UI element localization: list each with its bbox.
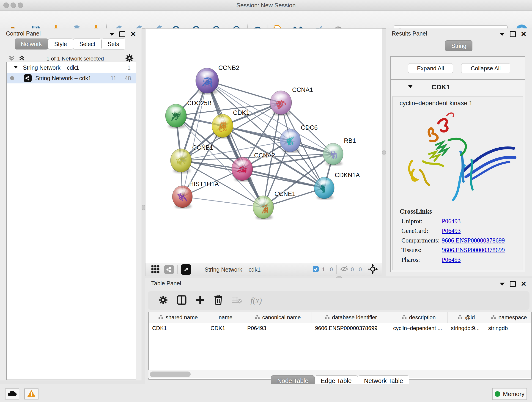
collection-name: String Network – cdk1 [23, 64, 79, 71]
right-splitter-handle[interactable] [382, 150, 386, 155]
control-panel-close-icon[interactable]: ✕ [130, 32, 136, 36]
network-row-selected[interactable]: String Network – cdk1 11 48 [7, 73, 136, 83]
create-column-plus-icon[interactable] [196, 295, 205, 306]
tab-sets[interactable]: Sets [101, 38, 125, 50]
show-columns-icon[interactable] [177, 295, 187, 306]
results-panel-close-icon[interactable]: ✕ [521, 32, 526, 36]
memory-label: Memory [503, 390, 525, 398]
control-panel-float-icon[interactable] [119, 31, 125, 37]
column-header-canonical-name[interactable]: canonical name [244, 312, 312, 323]
crosslink-value-link[interactable]: P06493 [442, 256, 461, 263]
cell-canonical-name[interactable]: P06493 [244, 323, 312, 333]
memory-status-dot [495, 391, 500, 397]
crosslink-label: Uniprot: [401, 218, 442, 225]
node-CCNA1[interactable]: CCNA1 [270, 86, 313, 115]
network-view-toolbar: String Network – cdk1 1 - 0 0 - 0 [145, 263, 382, 276]
crosslink-row: Uniprot: P06493 [401, 218, 523, 225]
network-canvas[interactable]: CCNB2 CCNA1 CDC25B CDK1 CDC6 R [145, 28, 382, 263]
table-panel-title: Table Panel [151, 280, 181, 287]
table-hscrollbar-thumb[interactable] [150, 371, 191, 377]
expand-all-button[interactable]: Expand All [408, 63, 453, 73]
table-panel-close-icon[interactable]: ✕ [521, 282, 526, 286]
edge-CCNE1-HIST1H1A[interactable] [182, 197, 263, 207]
node-details: cyclin–dependent kinase 1 [393, 96, 523, 270]
cell-namespace[interactable]: stringdb [485, 323, 532, 333]
results-panel-float-icon[interactable] [510, 31, 516, 37]
cell-shared-name[interactable]: CDK1 [149, 323, 207, 333]
cell-@id[interactable]: stringdb:9... [448, 323, 485, 333]
table-panel-float-icon[interactable] [510, 281, 516, 287]
network-view-title: String Network – cdk1 [205, 266, 261, 273]
hierarchy-icon [158, 314, 163, 321]
hidden-counts: 0 - 0 [351, 266, 362, 273]
node-label-HIST1H1A: HIST1H1A [189, 181, 219, 187]
network-nodes: CCNB2 CCNA1 CDC25B CDK1 CDC6 R [165, 64, 360, 220]
node-label-RB1: RB1 [344, 137, 356, 144]
column-header-description[interactable]: description [390, 312, 448, 323]
cloud-button[interactable] [5, 389, 19, 400]
table-panel-minimize-icon[interactable] [500, 283, 505, 286]
node-label-CCNB1: CCNB1 [192, 144, 213, 151]
node-label-CCNA2: CCNA2 [254, 152, 275, 159]
column-header-name[interactable]: name [207, 312, 244, 323]
tab-string[interactable]: String [445, 40, 472, 51]
collapse-all-icon[interactable] [8, 55, 15, 63]
network-collection-row[interactable]: String Network – cdk1 1 [7, 62, 136, 73]
cell-database-identifier[interactable]: 9606.ENSP00000378699 [312, 323, 390, 333]
column-header-database-identifier[interactable]: database identifier [312, 312, 390, 323]
memory-button[interactable]: Memory [492, 388, 527, 400]
tree-expander-icon[interactable] [13, 64, 18, 71]
open-in-new-window-icon[interactable] [181, 264, 191, 275]
control-panel-minimize-icon[interactable] [109, 33, 114, 36]
table-options-gear-icon[interactable] [158, 295, 168, 306]
tab-select[interactable]: Select [73, 38, 101, 50]
crosslink-value-link[interactable]: 9606.ENSP00000378699 [442, 237, 505, 244]
delete-column-trash-icon[interactable] [214, 295, 223, 306]
edge-CCNB2-CCNE1[interactable] [207, 81, 263, 207]
network-share-icon[interactable] [164, 265, 174, 274]
column-header-namespace[interactable]: namespace [485, 312, 532, 323]
title-bar: Session: New Session [0, 0, 532, 11]
cell-description[interactable]: cyclin–dependent ... [390, 323, 448, 333]
node-CDKN1A[interactable]: CDKN1A [314, 172, 360, 200]
crosslink-value-link[interactable]: 9606.ENSP00000378699 [442, 247, 505, 254]
tab-network[interactable]: Network [15, 38, 48, 50]
section-node-name: CDK1 [431, 83, 450, 91]
node-section-header[interactable]: CDK1 [391, 80, 525, 95]
results-panel-minimize-icon[interactable] [500, 33, 505, 36]
column-header-shared-name[interactable]: shared name [149, 312, 207, 323]
tab-style[interactable]: Style [48, 38, 73, 50]
warnings-button[interactable] [24, 389, 38, 400]
node-table[interactable]: shared namenamecanonical namedatabase id… [148, 312, 532, 380]
crosslink-label: Compartments: [401, 237, 442, 244]
table-toolbar: f(x) [148, 291, 530, 310]
results-node-box: CDK1 cyclin–dependent kinase 1 [390, 79, 525, 272]
table-row[interactable]: CDK1CDK1P064939606.ENSP00000378699cyclin… [149, 323, 531, 333]
current-network-dot-icon [10, 76, 14, 80]
crosslinks-list: Uniprot: P06493GeneCard: P06493Compartme… [393, 218, 523, 263]
column-header-@id[interactable]: @id [448, 312, 485, 323]
crosslink-value-link[interactable]: P06493 [442, 218, 461, 225]
window-title: Session: New Session [0, 0, 532, 11]
network-type-icon [24, 74, 32, 82]
delete-table-icon [232, 296, 242, 305]
hierarchy-icon [402, 314, 407, 321]
hidden-eye-icon[interactable] [340, 265, 348, 274]
table-header-row: shared namenamecanonical namedatabase id… [149, 312, 531, 323]
section-expander-icon[interactable] [408, 84, 413, 90]
node-RB1[interactable]: RB1 [323, 137, 356, 166]
collapse-all-button[interactable]: Collapse All [461, 63, 510, 73]
grid-view-icon[interactable] [151, 264, 160, 274]
control-panel-tabs: NetworkStyleSelectSets [15, 38, 125, 50]
control-panel-title: Control Panel [6, 30, 41, 37]
node-label-CDC6: CDC6 [301, 124, 318, 131]
node-HIST1H1A[interactable]: HIST1H1A [172, 181, 219, 209]
fit-content-crosshair-icon[interactable] [368, 264, 378, 275]
node-CCNE1[interactable]: CCNE1 [253, 191, 296, 220]
crosslink-row: Compartments: 9606.ENSP00000378699 [401, 237, 523, 244]
expand-all-icon[interactable] [18, 55, 25, 63]
selected-checkbox-icon[interactable] [312, 266, 319, 274]
cell-name[interactable]: CDK1 [207, 323, 244, 333]
crosslink-value-link[interactable]: P06493 [442, 227, 461, 235]
left-splitter-handle[interactable] [142, 205, 145, 210]
